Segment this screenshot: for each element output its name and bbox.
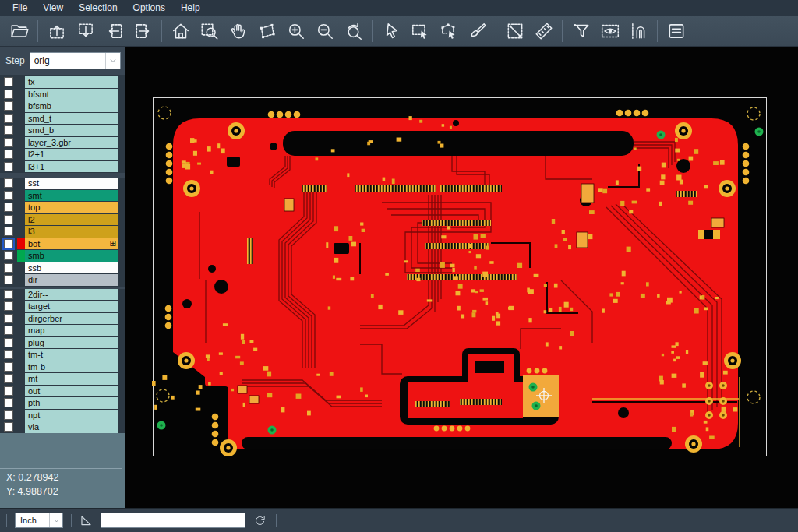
layer-row-target[interactable]: target [0,301,125,312]
layer-checkbox[interactable] [4,101,13,111]
cursor-y-readout: Y: 4.988702 [6,486,58,497]
layer-row-bfsmt[interactable]: bfsmt [0,89,125,100]
shift-down-button[interactable] [71,18,100,44]
menu-item-file[interactable]: File [5,0,35,16]
layer-row-tm-b[interactable]: tm-b [0,361,125,373]
layer-row-2dir-[interactable]: 2dir-- [0,289,125,301]
layer-checkbox[interactable] [4,203,13,212]
pcb-canvas[interactable] [125,47,798,508]
zoom-window-button[interactable] [195,18,224,44]
zoom-home-button[interactable] [166,18,195,44]
layer-checkbox[interactable] [4,90,13,99]
layer-checkbox[interactable] [4,227,13,236]
layer-checkbox[interactable] [4,275,13,284]
layer-checkbox[interactable] [4,410,13,420]
layer-row-smt[interactable]: smt [0,190,125,202]
layer-checkbox[interactable] [4,178,13,188]
layer-checkbox[interactable] [4,162,13,171]
layer-row-l3-1[interactable]: l3+1 [0,161,125,173]
layer-checkbox[interactable] [4,338,13,347]
zoom-out-button[interactable] [310,18,339,44]
layer-row-fx[interactable]: fx [0,76,125,88]
layer-name: map [28,325,118,336]
view-options-button[interactable] [595,18,624,44]
layer-checkbox[interactable] [4,77,13,86]
filter-button[interactable] [567,18,595,44]
snap-button[interactable] [624,18,653,44]
refresh-icon[interactable] [253,514,267,527]
layer-checkbox[interactable] [4,290,13,299]
shift-left-button[interactable] [100,18,129,44]
layer-row-bfsmb[interactable]: bfsmb [0,100,125,112]
layer-row-top[interactable]: top [0,202,125,213]
layer-checkbox[interactable] [4,362,13,372]
layer-row-dirgerber[interactable]: dirgerber [0,313,125,325]
layer-checkbox[interactable] [4,251,13,260]
layer-row-layer-3-gbr[interactable]: layer_3.gbr [0,137,125,149]
menu-item-help[interactable]: Help [173,0,208,16]
layer-checkbox-col [0,178,17,189]
zoom-object-button[interactable] [252,18,281,44]
highlight-brush-icon [468,21,488,41]
layer-checkbox[interactable] [4,398,13,407]
layer-checkbox[interactable] [4,314,13,323]
unit-dropdown[interactable]: Inch [15,513,63,528]
layer-checkbox[interactable] [4,301,13,311]
layer-checkbox[interactable] [4,138,13,147]
select-pointer-button[interactable] [376,18,405,44]
layer-row-smd-t[interactable]: smd_t [0,113,125,125]
select-rect-button[interactable] [405,18,434,44]
layer-color-swatch [17,410,25,421]
layer-name-cell: top [25,202,118,213]
layer-checkbox[interactable] [4,326,13,335]
menu-item-selection[interactable]: Selection [71,0,125,16]
layer-checkbox-col [0,313,17,325]
layer-checkbox[interactable] [4,374,13,383]
layer-row-tm-t[interactable]: tm-t [0,349,125,361]
zoom-in-button[interactable] [281,18,310,44]
layer-row-bot[interactable]: bot⊞ [0,238,125,250]
pan-button[interactable] [224,18,252,44]
toolbar-separator [161,20,162,42]
highlight-brush-button[interactable] [463,18,492,44]
layer-checkbox[interactable] [4,263,13,273]
layer-row-pth[interactable]: pth [0,397,125,409]
layer-checkbox[interactable] [4,125,13,135]
layer-row-map[interactable]: map [0,325,125,336]
measure-ruler-button[interactable] [529,18,558,44]
zoom-previous-button[interactable] [339,18,368,44]
layer-checkbox[interactable] [4,114,13,123]
shift-right-button[interactable] [129,18,157,44]
layer-row-dir[interactable]: dir [0,274,125,286]
command-input[interactable] [101,513,245,528]
layer-checkbox[interactable] [4,215,13,224]
layer-row-ssb[interactable]: ssb [0,262,125,274]
layer-row-l2[interactable]: l2 [0,214,125,226]
divider [276,514,277,527]
layer-checkbox[interactable] [4,150,13,159]
layer-table-button[interactable] [662,18,690,44]
layer-checkbox[interactable] [4,422,13,432]
select-polygon-button[interactable] [434,18,463,44]
layer-row-smd-b[interactable]: smd_b [0,125,125,136]
layer-row-via[interactable]: via [0,421,125,433]
layer-checkbox[interactable] [4,386,13,396]
open-file-button[interactable] [5,18,34,44]
layer-checkbox[interactable] [4,191,13,200]
layer-row-l2-1[interactable]: l2+1 [0,149,125,160]
layer-row-smb[interactable]: smb [0,250,125,262]
layer-row-out[interactable]: out [0,386,125,397]
layer-row-sst[interactable]: sst [0,178,125,189]
step-dropdown[interactable]: orig [30,52,121,69]
layer-row-mt[interactable]: mt [0,373,125,385]
layer-checkbox[interactable] [4,350,13,359]
layer-row-l3[interactable]: l3 [0,226,125,238]
layer-row-plug[interactable]: plug [0,337,125,349]
menu-item-view[interactable]: View [35,0,71,16]
angle-measure-icon[interactable] [79,514,93,527]
measure-distance-button[interactable] [500,18,529,44]
layer-checkbox[interactable] [4,239,13,248]
layer-row-npt[interactable]: npt [0,410,125,421]
menu-item-options[interactable]: Options [125,0,173,16]
shift-up-button[interactable] [42,18,71,44]
